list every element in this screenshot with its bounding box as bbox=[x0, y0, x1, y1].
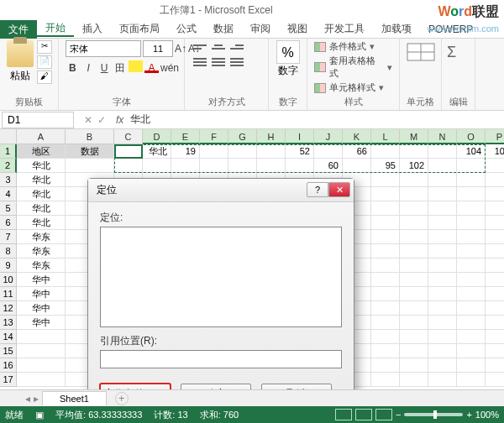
cell-N7[interactable] bbox=[428, 230, 457, 244]
cell-M11[interactable] bbox=[400, 287, 428, 301]
cell-M15[interactable] bbox=[400, 344, 428, 358]
cell-G2[interactable] bbox=[228, 159, 257, 173]
sheet-nav-last-icon[interactable]: ▸ bbox=[34, 393, 39, 405]
align-center-icon[interactable] bbox=[210, 55, 227, 69]
cell-E1[interactable]: 19 bbox=[171, 144, 200, 159]
cells-button[interactable] bbox=[407, 40, 434, 64]
cell-N5[interactable] bbox=[428, 201, 457, 216]
row-header-5[interactable]: 5 bbox=[0, 201, 17, 216]
zoom-slider[interactable] bbox=[404, 413, 463, 416]
cell-A15[interactable] bbox=[17, 344, 66, 358]
cell-N13[interactable] bbox=[428, 316, 457, 330]
cell-J2[interactable]: 60 bbox=[314, 159, 343, 173]
cell-A14[interactable] bbox=[17, 330, 66, 344]
cell-N1[interactable] bbox=[428, 144, 457, 159]
fx-icon[interactable]: fx bbox=[116, 114, 123, 126]
border-button[interactable]: 田 bbox=[113, 60, 127, 76]
tab-layout[interactable]: 页面布局 bbox=[111, 22, 168, 36]
cell-O4[interactable] bbox=[457, 187, 486, 201]
row-header-6[interactable]: 6 bbox=[0, 216, 17, 230]
col-header-D[interactable]: D bbox=[143, 129, 171, 144]
cell-B2[interactable] bbox=[66, 159, 114, 173]
col-header-A[interactable]: A bbox=[17, 129, 66, 144]
cell-N2[interactable] bbox=[428, 159, 457, 173]
cell-N11[interactable] bbox=[428, 287, 457, 301]
cell-P8[interactable] bbox=[486, 244, 504, 258]
underline-button[interactable]: U bbox=[97, 60, 112, 76]
row-header-17[interactable]: 17 bbox=[0, 373, 17, 387]
cell-B1[interactable]: 数据 bbox=[66, 144, 114, 159]
italic-button[interactable]: I bbox=[81, 60, 96, 76]
cell-N15[interactable] bbox=[428, 344, 457, 358]
cell-M4[interactable] bbox=[400, 187, 428, 201]
cell-M16[interactable] bbox=[400, 358, 428, 373]
font-name-select[interactable] bbox=[66, 40, 141, 57]
cell-O9[interactable] bbox=[457, 258, 486, 273]
cell-G1[interactable] bbox=[228, 144, 257, 159]
cell-N6[interactable] bbox=[428, 216, 457, 230]
phonetic-button[interactable]: wén bbox=[160, 60, 177, 76]
cell-A16[interactable] bbox=[17, 358, 66, 373]
cell-P7[interactable] bbox=[486, 230, 504, 244]
cell-D2[interactable] bbox=[143, 159, 171, 173]
cell-M3[interactable] bbox=[400, 173, 428, 187]
conditional-format-button[interactable]: 条件格式 ▾ bbox=[314, 40, 392, 53]
cell-L17[interactable] bbox=[371, 373, 400, 387]
cell-A10[interactable]: 华中 bbox=[17, 273, 66, 287]
cell-L10[interactable] bbox=[371, 273, 400, 287]
cell-M10[interactable] bbox=[400, 273, 428, 287]
cell-L8[interactable] bbox=[371, 244, 400, 258]
cell-O7[interactable] bbox=[457, 230, 486, 244]
tab-developer[interactable]: 开发工具 bbox=[316, 22, 373, 36]
cell-P17[interactable] bbox=[486, 373, 504, 387]
cell-A2[interactable]: 华北 bbox=[17, 159, 66, 173]
cell-I1[interactable]: 52 bbox=[286, 144, 314, 159]
copy-button[interactable]: 📄 bbox=[37, 55, 52, 69]
table-format-button[interactable]: 套用表格格式 ▾ bbox=[314, 55, 392, 80]
cell-O13[interactable] bbox=[457, 316, 486, 330]
reference-input[interactable] bbox=[100, 350, 342, 368]
cell-O2[interactable] bbox=[457, 159, 486, 173]
align-middle-icon[interactable] bbox=[210, 40, 227, 54]
tab-file[interactable]: 文件 bbox=[0, 20, 37, 39]
row-header-12[interactable]: 12 bbox=[0, 301, 17, 316]
cell-A13[interactable]: 华中 bbox=[17, 316, 66, 330]
cell-L14[interactable] bbox=[371, 330, 400, 344]
col-header-F[interactable]: F bbox=[200, 129, 228, 144]
cell-O15[interactable] bbox=[457, 344, 486, 358]
row-header-15[interactable]: 15 bbox=[0, 344, 17, 358]
cell-P5[interactable] bbox=[486, 201, 504, 216]
cell-A12[interactable]: 华中 bbox=[17, 301, 66, 316]
normal-view-button[interactable] bbox=[335, 409, 352, 420]
cut-button[interactable]: ✂ bbox=[37, 40, 52, 54]
cell-O5[interactable] bbox=[457, 201, 486, 216]
cell-P2[interactable] bbox=[486, 159, 504, 173]
cell-O12[interactable] bbox=[457, 301, 486, 316]
dialog-close-button[interactable]: ✕ bbox=[328, 182, 350, 197]
row-header-9[interactable]: 9 bbox=[0, 258, 17, 273]
zoom-level[interactable]: 100% bbox=[475, 410, 499, 420]
paste-button[interactable]: 粘贴 bbox=[7, 40, 34, 84]
cell-F2[interactable] bbox=[200, 159, 228, 173]
cell-N3[interactable] bbox=[428, 173, 457, 187]
cell-A6[interactable]: 华北 bbox=[17, 216, 66, 230]
col-header-B[interactable]: B bbox=[66, 129, 114, 144]
row-header-7[interactable]: 7 bbox=[0, 230, 17, 244]
cell-P4[interactable] bbox=[486, 187, 504, 201]
zoom-out-button[interactable]: − bbox=[396, 410, 401, 420]
cell-L9[interactable] bbox=[371, 258, 400, 273]
row-header-11[interactable]: 11 bbox=[0, 287, 17, 301]
font-size-select[interactable] bbox=[143, 40, 173, 57]
cell-H2[interactable] bbox=[257, 159, 286, 173]
cell-P9[interactable] bbox=[486, 258, 504, 273]
cell-N12[interactable] bbox=[428, 301, 457, 316]
tab-insert[interactable]: 插入 bbox=[74, 22, 111, 36]
cell-P14[interactable] bbox=[486, 330, 504, 344]
cell-I2[interactable] bbox=[286, 159, 314, 173]
row-header-1[interactable]: 1 bbox=[0, 144, 17, 159]
tab-review[interactable]: 审阅 bbox=[242, 22, 279, 36]
tab-formulas[interactable]: 公式 bbox=[168, 22, 205, 36]
fill-color-button[interactable] bbox=[129, 60, 143, 72]
cell-M5[interactable] bbox=[400, 201, 428, 216]
cell-N4[interactable] bbox=[428, 187, 457, 201]
